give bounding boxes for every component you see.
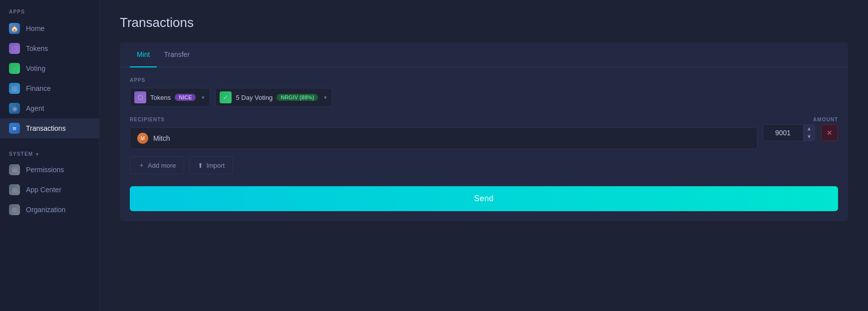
sidebar-item-permissions[interactable]: 🏛 Permissions — [0, 160, 99, 180]
sidebar-item-transactions[interactable]: ≡ Transactions — [0, 118, 99, 138]
card-body: APPS ⬡ Tokens NICE ▾ ✓ 5 Day Voting NRGI… — [120, 67, 848, 221]
tab-mint[interactable]: Mint — [130, 42, 157, 67]
sidebar-label-transactions: Transactions — [26, 124, 66, 132]
appcenter-icon: ⊞ — [9, 184, 20, 195]
sidebar-label-organization: Organization — [26, 206, 65, 214]
recipient-name: Mitch — [153, 134, 170, 142]
sidebar: APPS 🏠 Home ⬡ Tokens ✓ Voting ▦ Finance … — [0, 0, 100, 311]
organization-icon: ⚙ — [9, 204, 20, 215]
system-label: SYSTEM — [9, 151, 33, 157]
send-button[interactable]: Send — [130, 186, 838, 211]
plus-icon: ＋ — [138, 161, 145, 170]
recipient-avatar: M — [137, 133, 148, 144]
import-button[interactable]: ⬆ Import — [189, 156, 233, 174]
tab-transfer[interactable]: Transfer — [157, 42, 197, 67]
amount-increment-button[interactable]: ▲ — [804, 125, 815, 133]
tokens-badge-icon: ⬡ — [134, 91, 146, 103]
apps-row: ⬡ Tokens NICE ▾ ✓ 5 Day Voting NRGIV (88… — [130, 88, 838, 107]
sidebar-label-home: Home — [26, 24, 44, 32]
recipient-input[interactable]: M Mitch — [130, 127, 758, 149]
amount-input-row: ▲ ▼ — [763, 124, 815, 141]
amount-spinners: ▲ ▼ — [803, 125, 815, 141]
amount-container: AMOUNT ▲ ▼ ✕ — [763, 117, 838, 141]
sidebar-item-finance[interactable]: ▦ Finance — [0, 78, 99, 98]
page-title: Transactions — [120, 15, 848, 30]
sidebar-item-tokens[interactable]: ⬡ Tokens — [0, 38, 99, 58]
amount-field-label: AMOUNT — [813, 117, 838, 122]
tabs-row: Mint Transfer — [120, 42, 848, 67]
sidebar-label-finance: Finance — [26, 84, 51, 92]
transactions-icon: ≡ — [9, 123, 20, 134]
tokens-chevron-icon: ▾ — [202, 94, 205, 101]
apps-section-label: APPS — [0, 0, 99, 18]
import-icon: ⬆ — [198, 162, 203, 169]
finance-icon: ▦ — [9, 83, 20, 94]
voting-badge-icon: ✓ — [220, 91, 232, 103]
sidebar-label-tokens: Tokens — [26, 44, 48, 52]
tokens-icon: ⬡ — [9, 43, 20, 54]
sidebar-label-agent: Agent — [26, 104, 44, 112]
voting-icon: ✓ — [9, 63, 20, 74]
app-badge-voting[interactable]: ✓ 5 Day Voting NRGIV (88%) ▾ — [215, 88, 332, 107]
tokens-badge-tag: NICE — [175, 94, 196, 101]
sidebar-item-voting[interactable]: ✓ Voting — [0, 58, 99, 78]
voting-badge-tag: NRGIV (88%) — [277, 94, 318, 101]
tokens-badge-name: Tokens — [150, 94, 171, 101]
amount-decrement-button[interactable]: ▼ — [804, 133, 815, 141]
recipients-field-label: RECIPIENTS — [130, 117, 758, 122]
sidebar-label-permissions: Permissions — [26, 166, 64, 174]
apps-field-label: APPS — [130, 77, 838, 83]
sidebar-label-appcenter: App Center — [26, 186, 61, 194]
add-more-button[interactable]: ＋ Add more — [130, 156, 184, 174]
transactions-card: Mint Transfer APPS ⬡ Tokens NICE ▾ ✓ — [120, 42, 848, 221]
permissions-icon: 🏛 — [9, 164, 20, 175]
sidebar-item-agent[interactable]: ◉ Agent — [0, 98, 99, 118]
amount-input[interactable] — [763, 125, 803, 141]
action-buttons-row: ＋ Add more ⬆ Import — [130, 156, 838, 174]
voting-badge-name: 5 Day Voting — [236, 94, 273, 101]
home-icon: 🏠 — [9, 23, 20, 34]
main-content: Transactions Mint Transfer APPS ⬡ Tokens… — [100, 0, 868, 311]
agent-icon: ◉ — [9, 103, 20, 114]
sidebar-item-organization[interactable]: ⚙ Organization — [0, 200, 99, 220]
sidebar-label-voting: Voting — [26, 64, 45, 72]
chevron-down-icon: ▾ — [36, 152, 39, 157]
system-section: SYSTEM ▾ 🏛 Permissions ⊞ App Center ⚙ Or… — [0, 146, 99, 220]
system-section-header[interactable]: SYSTEM ▾ — [0, 146, 99, 160]
app-badge-tokens[interactable]: ⬡ Tokens NICE ▾ — [130, 88, 210, 107]
voting-chevron-icon: ▾ — [324, 94, 327, 101]
sidebar-item-appcenter[interactable]: ⊞ App Center — [0, 180, 99, 200]
sidebar-item-home[interactable]: 🏠 Home — [0, 18, 99, 38]
remove-recipient-button[interactable]: ✕ — [821, 124, 838, 141]
